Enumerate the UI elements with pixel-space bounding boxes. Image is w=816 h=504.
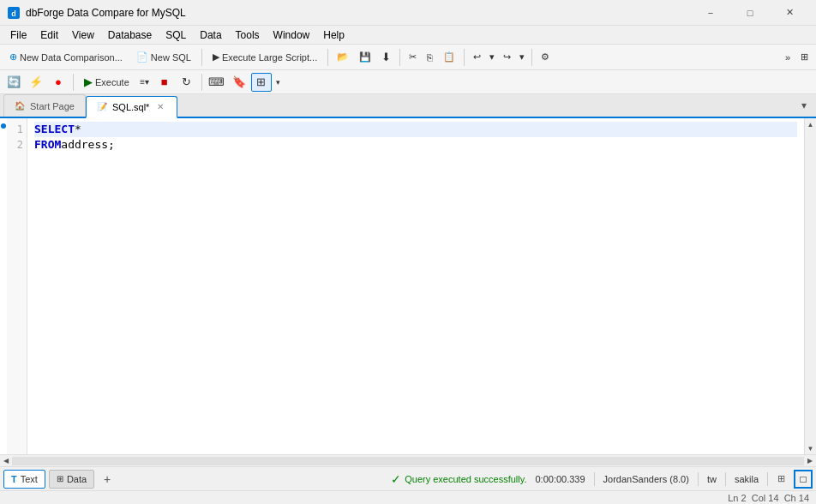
debug-button[interactable]: ● bbox=[48, 73, 69, 92]
tab-start-page-label: Start Page bbox=[30, 101, 75, 111]
toolbar-overflow[interactable]: » bbox=[781, 47, 795, 68]
connect-button[interactable]: ⚡ bbox=[26, 73, 46, 92]
menu-file[interactable]: File bbox=[3, 27, 33, 43]
menu-data[interactable]: Data bbox=[193, 27, 228, 43]
scroll-right-arrow[interactable]: ▶ bbox=[804, 455, 816, 467]
tab-dropdown[interactable]: ▾ bbox=[795, 94, 813, 117]
tab-sql-icon: 📝 bbox=[97, 102, 107, 111]
text-tab-icon: T bbox=[11, 474, 17, 484]
toolbar-separator-2 bbox=[327, 49, 328, 66]
title-bar: d dbForge Data Compare for MySQL − □ ✕ bbox=[0, 0, 816, 26]
toolbar2-separator-1 bbox=[73, 74, 74, 91]
paste-button[interactable]: 📋 bbox=[439, 47, 459, 68]
format-button[interactable]: ⌨ bbox=[207, 73, 227, 92]
close-button[interactable]: ✕ bbox=[770, 0, 809, 26]
save-all-button[interactable]: ⬇ bbox=[377, 47, 395, 68]
paste-icon: 📋 bbox=[443, 51, 455, 63]
line-num-1: 1 bbox=[7, 122, 23, 137]
redo-button[interactable]: ↪ bbox=[499, 47, 515, 68]
toolbar-separator-3 bbox=[399, 49, 400, 66]
undo-dropdown[interactable]: ▾ bbox=[487, 47, 497, 68]
tab-start-page[interactable]: 🏠 Start Page bbox=[3, 94, 86, 117]
tab-bar: 🏠 Start Page 📝 SQL.sql* ✕ ▾ bbox=[0, 94, 816, 118]
cut-button[interactable]: ✂ bbox=[405, 47, 421, 68]
new-sql-icon: 📄 bbox=[136, 51, 148, 63]
menu-view[interactable]: View bbox=[65, 27, 101, 43]
code-address: address; bbox=[61, 137, 115, 153]
scroll-track-horizontal[interactable] bbox=[12, 457, 804, 465]
bookmark-button[interactable]: 🔖 bbox=[229, 73, 249, 92]
success-icon: ✓ bbox=[391, 472, 401, 486]
status-active-view[interactable]: □ bbox=[794, 470, 813, 489]
editor-scrollbar-vertical[interactable]: ▲ ▼ bbox=[804, 118, 816, 454]
scroll-up-arrow[interactable]: ▲ bbox=[805, 118, 817, 130]
maximize-button[interactable]: □ bbox=[730, 0, 770, 26]
undo-icon: ↩ bbox=[473, 51, 481, 63]
scroll-left-arrow[interactable]: ◀ bbox=[0, 455, 12, 467]
scrollbar-horizontal[interactable]: ◀ ▶ bbox=[0, 454, 816, 466]
execute-large-script-icon: ▶ bbox=[213, 51, 219, 63]
settings-icon: ⚙ bbox=[541, 51, 549, 63]
tab-sql-close[interactable]: ✕ bbox=[154, 101, 166, 113]
app-title: dbForge Data Compare for MySQL bbox=[26, 7, 691, 19]
data-tab-label: Data bbox=[67, 474, 87, 484]
app-icon: d bbox=[7, 6, 21, 20]
execute-large-script-button[interactable]: ▶ Execute Large Script... bbox=[207, 47, 323, 68]
data-tab-icon: ⊞ bbox=[57, 474, 63, 483]
menu-window[interactable]: Window bbox=[267, 27, 317, 43]
minimize-button[interactable]: − bbox=[691, 0, 730, 26]
menu-tools[interactable]: Tools bbox=[229, 27, 267, 43]
scroll-track-vertical[interactable] bbox=[805, 130, 816, 442]
execute-button[interactable]: ▶ Execute bbox=[78, 73, 135, 91]
status-btn-1[interactable]: ⊞ bbox=[771, 470, 790, 489]
toolbar-separator-4 bbox=[464, 49, 465, 66]
refresh2-button[interactable]: ↻ bbox=[177, 73, 197, 92]
execution-time: 0:00:00.339 bbox=[530, 474, 590, 484]
refresh-button[interactable]: 🔄 bbox=[3, 73, 24, 92]
status-sep-4 bbox=[767, 472, 768, 486]
editor-line-2: FROM address; bbox=[34, 137, 797, 153]
execute-play-icon: ▶ bbox=[84, 75, 93, 88]
editor[interactable]: SELECT * FROM address; bbox=[27, 118, 804, 454]
svg-text:d: d bbox=[11, 9, 16, 18]
toolbar2-separator-2 bbox=[201, 74, 202, 91]
status-tab-text[interactable]: T Text bbox=[3, 470, 45, 489]
menu-database[interactable]: Database bbox=[101, 27, 159, 43]
menu-sql[interactable]: SQL bbox=[159, 27, 193, 43]
open-button[interactable]: 📂 bbox=[333, 47, 353, 68]
stop-button[interactable]: ■ bbox=[154, 73, 175, 92]
save-button[interactable]: 💾 bbox=[355, 47, 375, 68]
success-indicator: ✓ Query executed successfully. bbox=[391, 472, 526, 486]
keyword-from: FROM bbox=[34, 137, 61, 153]
grid-view-button[interactable]: ⊞ bbox=[251, 73, 272, 92]
cut-icon: ✂ bbox=[409, 51, 417, 63]
tab-sql[interactable]: 📝 SQL.sql* ✕ bbox=[86, 96, 177, 118]
toolbar-separator-5 bbox=[531, 49, 532, 66]
status-sep-1 bbox=[594, 472, 595, 486]
window-controls: − □ ✕ bbox=[691, 0, 809, 26]
toolbar-main: ⊕ New Data Comparison... 📄 New SQL ▶ Exe… bbox=[0, 45, 816, 70]
toolbar-secondary: 🔄 ⚡ ● ▶ Execute ≡▾ ■ ↻ ⌨ 🔖 ⊞ ▾ bbox=[0, 70, 816, 94]
status-sep-2 bbox=[698, 472, 699, 486]
toolbar-extra[interactable]: ⊞ bbox=[796, 47, 813, 68]
scroll-down-arrow[interactable]: ▼ bbox=[805, 442, 817, 454]
editor-content[interactable]: SELECT * FROM address; bbox=[27, 118, 804, 156]
redo-dropdown[interactable]: ▾ bbox=[517, 47, 527, 68]
new-data-comparison-button[interactable]: ⊕ New Data Comparison... bbox=[3, 47, 129, 68]
menu-help[interactable]: Help bbox=[316, 27, 351, 43]
menu-edit[interactable]: Edit bbox=[33, 27, 65, 43]
edit-mode: tw bbox=[702, 474, 722, 484]
undo-button[interactable]: ↩ bbox=[469, 47, 485, 68]
tab-sql-label: SQL.sql* bbox=[112, 102, 149, 112]
execute-options-button[interactable]: ≡▾ bbox=[137, 73, 153, 92]
execute-label: Execute bbox=[95, 77, 129, 87]
add-tab-button[interactable]: + bbox=[98, 470, 117, 489]
settings-button[interactable]: ⚙ bbox=[537, 47, 554, 68]
new-sql-button[interactable]: 📄 New SQL bbox=[130, 47, 197, 68]
copy-icon: ⎘ bbox=[427, 52, 433, 63]
grid-dropdown[interactable]: ▾ bbox=[273, 73, 284, 92]
status-tab-data[interactable]: ⊞ Data bbox=[49, 470, 94, 489]
success-message: Query executed successfully. bbox=[405, 474, 526, 484]
position-bar: Ln 2 Col 14 Ch 14 bbox=[0, 490, 816, 504]
copy-button[interactable]: ⎘ bbox=[423, 47, 437, 68]
